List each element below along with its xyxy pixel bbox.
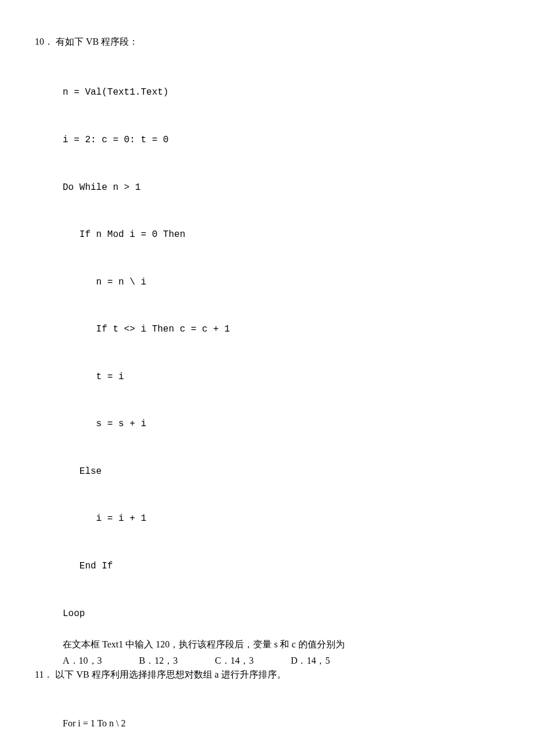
- code-line: Do While n > 1: [63, 180, 499, 196]
- code-line: If n Mod i = 0 Then: [63, 227, 499, 243]
- question-10: 10． 有如下 VB 程序段：: [35, 35, 499, 49]
- q11-code1: For i = 1 To n \ 2 iMax = i: iMin = i Fo…: [63, 686, 499, 756]
- question-11: 11． 以下 VB 程序利用选择排序思想对数组 a 进行升序排序。: [35, 668, 499, 682]
- code-line: t = i: [63, 369, 499, 385]
- code-line: i = i + 1: [63, 511, 499, 527]
- code-line: n = n \ i: [63, 275, 499, 290]
- code-line: s = s + i: [63, 416, 499, 432]
- q10-title: 有如下 VB 程序段：: [56, 37, 138, 46]
- code-line: Loop: [63, 606, 499, 622]
- q10-num: 10．: [35, 37, 53, 46]
- option-a: A．10，3: [63, 654, 102, 668]
- option-d: D．14，5: [291, 654, 330, 668]
- option-b: B．12，3: [139, 654, 178, 668]
- q10-code: n = Val(Text1.Text) i = 2: c = 0: t = 0 …: [63, 53, 499, 638]
- code-line: i = 2: c = 0: t = 0: [63, 132, 499, 148]
- code-line: Else: [63, 464, 499, 480]
- code-line: End If: [63, 559, 499, 574]
- q10-desc: 在文本框 Text1 中输入 120，执行该程序段后，变量 s 和 c 的值分别…: [63, 638, 499, 651]
- code-line: n = Val(Text1.Text): [63, 85, 499, 100]
- q10-options: A．10，3 B．12，3 C．14，3 D．14，5: [63, 654, 499, 668]
- code-line: For i = 1 To n \ 2: [63, 716, 499, 731]
- q11-num: 11．: [35, 669, 53, 679]
- code-line: If t <> i Then c = c + 1: [63, 322, 499, 337]
- option-c: C．14，3: [215, 654, 254, 668]
- q11-title: 以下 VB 程序利用选择排序思想对数组 a 进行升序排序。: [55, 669, 286, 679]
